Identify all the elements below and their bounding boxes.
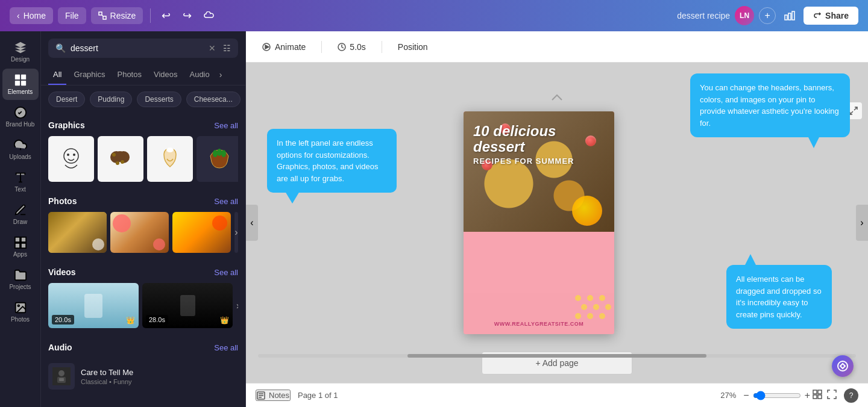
- sidebar-item-projects[interactable]: Projects: [2, 264, 39, 295]
- audio-see-all[interactable]: See all: [214, 343, 238, 352]
- file-button[interactable]: File: [58, 7, 86, 24]
- video-duration-1: 20.0s: [52, 315, 74, 325]
- tab-videos[interactable]: Videos: [149, 65, 183, 85]
- cloud-icon: [204, 11, 215, 20]
- video-item-1[interactable]: 20.0s 👑: [48, 283, 139, 328]
- fullscreen-button[interactable]: [825, 387, 839, 404]
- photo-item-2[interactable]: [110, 212, 169, 253]
- stats-button[interactable]: [781, 7, 799, 25]
- tab-all[interactable]: All: [48, 65, 66, 85]
- svg-rect-4: [788, 13, 791, 20]
- sidebar-item-design[interactable]: Design: [2, 36, 39, 67]
- grid-view-button[interactable]: [810, 387, 825, 404]
- photos-item-label: Photos: [11, 316, 30, 323]
- svg-point-20: [64, 149, 78, 163]
- tooltip-bottom-right: All elements can be dragged and dropped …: [726, 265, 832, 329]
- graphic-item-2[interactable]: [98, 136, 143, 182]
- graphic-item-3[interactable]: [147, 136, 193, 182]
- clear-search-button[interactable]: ✕: [209, 43, 216, 53]
- sidebar-item-apps[interactable]: Apps: [2, 231, 39, 263]
- sidebar-item-uploads[interactable]: Uploads: [2, 134, 39, 165]
- add-collaborator-button[interactable]: +: [759, 7, 776, 24]
- graphics-header: Graphics See all: [48, 120, 238, 130]
- doc-title: dessert recipe: [677, 11, 730, 20]
- canvas-scroll-right[interactable]: ›: [856, 205, 868, 241]
- svg-point-30: [213, 150, 218, 157]
- photo-item-3[interactable]: [172, 212, 231, 253]
- brand-hub-item-label: Brand Hub: [6, 121, 35, 128]
- chip-pudding[interactable]: Pudding: [90, 92, 132, 107]
- sidebar-item-draw[interactable]: Draw: [2, 199, 39, 230]
- search-input[interactable]: [71, 43, 204, 53]
- zoom-out-button[interactable]: −: [743, 390, 749, 401]
- uploads-icon: [14, 138, 27, 152]
- photo-item-1[interactable]: [48, 212, 107, 253]
- tab-photos[interactable]: Photos: [112, 65, 146, 85]
- svg-point-45: [605, 304, 611, 310]
- tooltip-left-text: In the left panel are endless options fo…: [277, 138, 378, 183]
- cloud-save-button[interactable]: [200, 8, 218, 23]
- help-button[interactable]: ?: [844, 388, 858, 403]
- audio-item-1[interactable]: Care to Tell Me Classical • Funny: [48, 358, 238, 394]
- animate-button[interactable]: Animate: [256, 39, 312, 55]
- svg-rect-57: [813, 390, 817, 394]
- zoom-in-button[interactable]: +: [805, 390, 810, 401]
- resize-button[interactable]: Resize: [91, 7, 143, 24]
- svg-rect-59: [813, 395, 817, 399]
- svg-line-2: [102, 15, 103, 16]
- tab-audio[interactable]: Audio: [184, 65, 214, 85]
- duration-label: 5.0s: [350, 42, 365, 52]
- sidebar-item-text[interactable]: Text: [2, 166, 39, 197]
- videos-next-button[interactable]: ›: [236, 283, 238, 328]
- chip-cheesecake[interactable]: Cheeseca...: [186, 92, 241, 107]
- svg-point-29: [166, 148, 174, 152]
- share-icon: [813, 11, 822, 20]
- tab-more-button[interactable]: ›: [217, 65, 225, 85]
- undo-button[interactable]: ↩: [158, 5, 174, 26]
- sidebar-item-photos[interactable]: Photos: [2, 296, 39, 328]
- dots-svg: [572, 292, 614, 334]
- card-bottom: WWW.REALLYGREATSITE.COM: [464, 293, 614, 334]
- svg-point-28: [116, 161, 119, 165]
- home-button[interactable]: ‹ Home: [10, 7, 53, 24]
- canvas-scroll-left[interactable]: ‹: [246, 205, 258, 241]
- graphic-icon-3: [155, 144, 185, 174]
- card-dot-pattern: [572, 292, 614, 334]
- zoom-level: 27%: [720, 391, 736, 400]
- chip-desserts[interactable]: Desserts: [137, 92, 181, 107]
- graphic-item-4[interactable]: [197, 136, 238, 182]
- videos-section: Videos See all 20.0s 👑 28.0s 👑: [41, 260, 245, 335]
- audio-track-title: Care to Tell Me: [81, 368, 238, 377]
- zoom-slider[interactable]: [753, 391, 801, 400]
- filter-button[interactable]: ☷: [223, 43, 231, 53]
- sidebar-item-brand-hub[interactable]: Brand Hub: [2, 101, 39, 132]
- fullscreen-icon: [827, 390, 837, 399]
- user-avatar: LN: [735, 6, 754, 25]
- graphics-see-all[interactable]: See all: [214, 121, 238, 130]
- accessibility-button[interactable]: [832, 355, 854, 377]
- redo-button[interactable]: ↪: [179, 5, 195, 26]
- apps-item-label: Apps: [13, 251, 27, 258]
- video-item-2[interactable]: 28.0s 👑: [142, 283, 233, 328]
- share-button[interactable]: Share: [804, 7, 858, 25]
- tab-graphics[interactable]: Graphics: [69, 65, 110, 85]
- graphic-item-1[interactable]: [48, 136, 94, 182]
- sidebar-item-elements[interactable]: Elements: [2, 69, 39, 100]
- chevron-left-icon: ‹: [17, 11, 20, 20]
- position-button[interactable]: Position: [392, 39, 434, 55]
- chip-desert[interactable]: Desert: [48, 92, 85, 107]
- photos-next-button[interactable]: ›: [234, 212, 238, 253]
- design-item-label: Design: [11, 56, 30, 63]
- tooltip-top-right-text: You can change the headers, banners, col…: [700, 83, 839, 128]
- notes-button[interactable]: Notes: [256, 390, 291, 401]
- design-card[interactable]: 10 delicious dessert RECIPES FOR SUMMER: [464, 111, 614, 334]
- duration-button[interactable]: 5.0s: [332, 39, 371, 55]
- videos-title: Videos: [48, 267, 76, 277]
- canvas-scrollbar-thumb[interactable]: [407, 354, 706, 358]
- text-icon: [14, 171, 27, 184]
- svg-rect-5: [792, 11, 794, 20]
- panel-tabs: All Graphics Photos Videos Audio ›: [41, 65, 245, 85]
- bottom-left-actions: Notes Page 1 of 1: [256, 390, 338, 401]
- videos-see-all[interactable]: See all: [214, 268, 238, 277]
- photos-see-all[interactable]: See all: [214, 197, 238, 206]
